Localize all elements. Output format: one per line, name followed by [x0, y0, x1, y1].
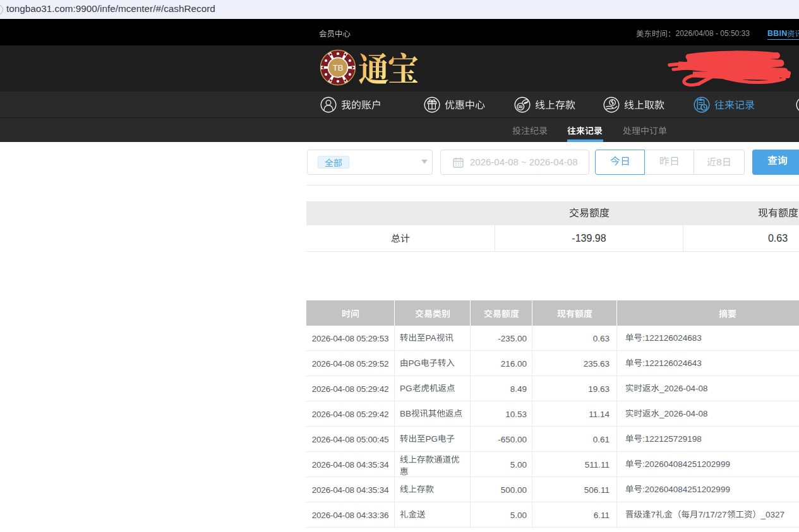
svg-text:TB: TB — [333, 63, 344, 73]
